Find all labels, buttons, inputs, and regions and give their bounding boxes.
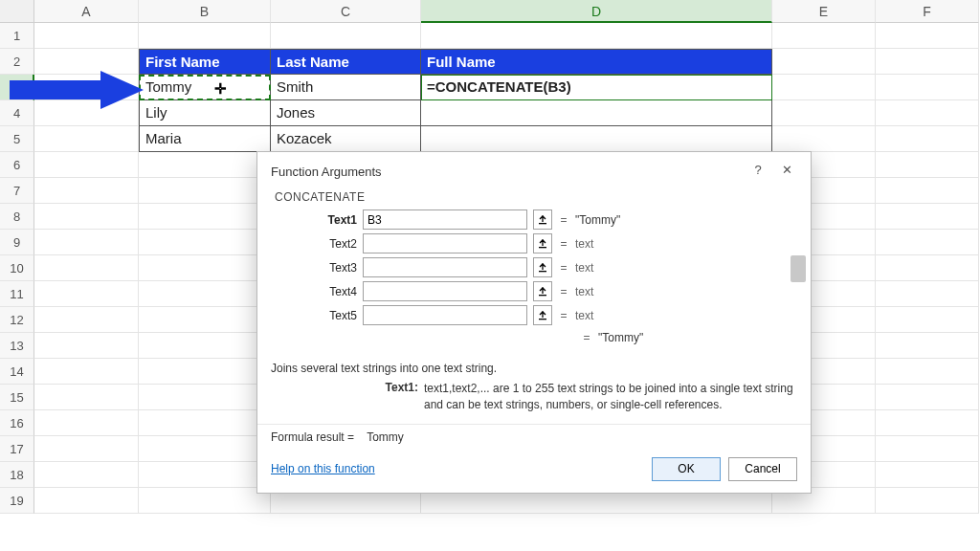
cell-A9[interactable] xyxy=(34,230,139,255)
cell-B10[interactable] xyxy=(139,255,271,281)
ref-select-button-3[interactable] xyxy=(533,281,552,301)
col-head-D[interactable]: D xyxy=(421,0,772,23)
cell-A16[interactable] xyxy=(34,410,139,436)
cell-F8[interactable] xyxy=(876,204,979,230)
dialog-close-button[interactable]: ✕ xyxy=(772,160,801,183)
cell-F13[interactable] xyxy=(876,333,979,359)
cell-E3[interactable] xyxy=(772,75,876,100)
arg-input-0[interactable] xyxy=(363,209,527,230)
help-link[interactable]: Help on this function xyxy=(271,462,375,475)
row-head-13[interactable]: 13 xyxy=(0,333,34,359)
cell-D2[interactable]: Full Name xyxy=(421,49,772,75)
cell-A17[interactable] xyxy=(34,436,139,462)
cell-A14[interactable] xyxy=(34,359,139,385)
ref-select-button-2[interactable] xyxy=(533,257,552,277)
row-head-19[interactable]: 19 xyxy=(0,488,34,514)
row-head-8[interactable]: 8 xyxy=(0,204,34,230)
cell-F9[interactable] xyxy=(876,230,979,255)
col-head-F[interactable]: F xyxy=(876,0,979,23)
cell-A1[interactable] xyxy=(34,23,139,49)
cell-F11[interactable] xyxy=(876,281,979,307)
arg-input-2[interactable] xyxy=(363,257,527,277)
cell-D4[interactable] xyxy=(421,100,772,126)
cell-B2[interactable]: First Name xyxy=(139,49,271,75)
cell-F15[interactable] xyxy=(876,385,979,410)
cell-A18[interactable] xyxy=(34,462,139,488)
cell-F7[interactable] xyxy=(876,178,979,204)
row-head-16[interactable]: 16 xyxy=(0,410,34,436)
cell-D5[interactable] xyxy=(421,126,772,152)
cell-B19[interactable] xyxy=(139,488,271,514)
cell-E1[interactable] xyxy=(772,23,876,49)
cell-F3[interactable] xyxy=(876,75,979,100)
row-head-17[interactable]: 17 xyxy=(0,436,34,462)
cell-B9[interactable] xyxy=(139,230,271,255)
row-head-14[interactable]: 14 xyxy=(0,359,34,385)
cell-B3[interactable]: Tommy xyxy=(139,75,271,100)
cell-C5[interactable]: Kozacek xyxy=(271,126,421,152)
cell-C1[interactable] xyxy=(271,23,421,49)
cell-F5[interactable] xyxy=(876,126,979,152)
cell-F4[interactable] xyxy=(876,100,979,126)
cell-A15[interactable] xyxy=(34,385,139,410)
row-head-10[interactable]: 10 xyxy=(0,255,34,281)
row-head-18[interactable]: 18 xyxy=(0,462,34,488)
cell-B14[interactable] xyxy=(139,359,271,385)
cell-F6[interactable] xyxy=(876,152,979,178)
cell-C3[interactable]: Smith xyxy=(271,75,421,100)
cell-B8[interactable] xyxy=(139,204,271,230)
cell-F18[interactable] xyxy=(876,462,979,488)
cell-E5[interactable] xyxy=(772,126,876,152)
select-all-corner[interactable] xyxy=(0,0,34,23)
args-scrollbar[interactable] xyxy=(791,255,806,282)
ref-select-button-1[interactable] xyxy=(533,233,552,253)
cell-A10[interactable] xyxy=(34,255,139,281)
cell-B1[interactable] xyxy=(139,23,271,49)
dialog-help-button[interactable]: ? xyxy=(744,160,772,183)
arg-input-1[interactable] xyxy=(363,233,527,253)
col-head-C[interactable]: C xyxy=(271,0,421,23)
row-head-15[interactable]: 15 xyxy=(0,385,34,410)
row-head-11[interactable]: 11 xyxy=(0,281,34,307)
col-head-A[interactable]: A xyxy=(34,0,139,23)
dialog-titlebar[interactable]: Function Arguments ? ✕ xyxy=(257,152,811,190)
ref-select-button-0[interactable] xyxy=(533,209,552,230)
cell-B15[interactable] xyxy=(139,385,271,410)
cell-F12[interactable] xyxy=(876,307,979,333)
cell-B18[interactable] xyxy=(139,462,271,488)
ok-button[interactable]: OK xyxy=(652,457,721,481)
cell-B6[interactable] xyxy=(139,152,271,178)
cell-A7[interactable] xyxy=(34,178,139,204)
cell-E4[interactable] xyxy=(772,100,876,126)
cell-D1[interactable] xyxy=(421,23,772,49)
row-head-9[interactable]: 9 xyxy=(0,230,34,255)
cell-A6[interactable] xyxy=(34,152,139,178)
cell-A5[interactable] xyxy=(34,126,139,152)
cell-C4[interactable]: Jones xyxy=(271,100,421,126)
cell-A8[interactable] xyxy=(34,204,139,230)
cell-F10[interactable] xyxy=(876,255,979,281)
cell-C2[interactable]: Last Name xyxy=(271,49,421,75)
ref-select-button-4[interactable] xyxy=(533,305,552,325)
cell-F1[interactable] xyxy=(876,23,979,49)
cell-B7[interactable] xyxy=(139,178,271,204)
cancel-button[interactable]: Cancel xyxy=(728,457,797,481)
cell-B13[interactable] xyxy=(139,333,271,359)
cell-B12[interactable] xyxy=(139,307,271,333)
cell-F2[interactable] xyxy=(876,49,979,75)
row-head-12[interactable]: 12 xyxy=(0,307,34,333)
cell-B16[interactable] xyxy=(139,410,271,436)
cell-D3[interactable]: =CONCATENATE(B3) xyxy=(421,75,772,100)
arg-input-4[interactable] xyxy=(363,305,527,325)
cell-A13[interactable] xyxy=(34,333,139,359)
cell-F16[interactable] xyxy=(876,410,979,436)
cell-E2[interactable] xyxy=(772,49,876,75)
col-head-B[interactable]: B xyxy=(139,0,271,23)
row-head-7[interactable]: 7 xyxy=(0,178,34,204)
cell-A11[interactable] xyxy=(34,281,139,307)
arg-input-3[interactable] xyxy=(363,281,527,301)
cell-F19[interactable] xyxy=(876,488,979,514)
row-head-5[interactable]: 5 xyxy=(0,126,34,152)
cell-B11[interactable] xyxy=(139,281,271,307)
cell-F14[interactable] xyxy=(876,359,979,385)
